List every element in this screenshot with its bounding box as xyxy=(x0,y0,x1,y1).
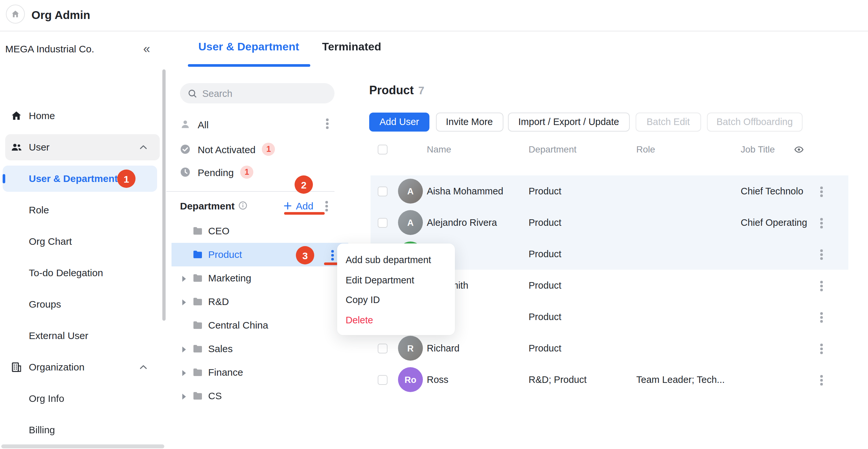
department-more-icon[interactable] xyxy=(326,201,328,211)
tree-item-label: CS xyxy=(208,384,222,408)
table-row[interactable]: AAlejandro RiveraProductChief Operating xyxy=(371,207,848,238)
sidebar-horizontal-scrollbar[interactable] xyxy=(1,444,164,448)
tab-user-department[interactable]: User & Department xyxy=(198,31,299,67)
search-input[interactable]: Search xyxy=(180,83,335,103)
avatar-initials: R xyxy=(407,343,414,353)
table-row[interactable]: AAisha MohammedProductChief Technolo xyxy=(371,175,848,207)
sidebar-item-org-info[interactable]: Org Info xyxy=(0,386,166,412)
avatar-initials: A xyxy=(407,186,414,196)
row-more-icon[interactable] xyxy=(820,312,823,322)
row-more-icon[interactable] xyxy=(820,218,823,228)
collapse-sidebar-icon[interactable]: « xyxy=(139,41,154,57)
table-row[interactable]: RoRossR&D; ProductTeam Leader; Tech... xyxy=(371,364,848,395)
col-header-department: Department xyxy=(529,140,577,158)
caret-right-icon[interactable] xyxy=(181,297,187,306)
sidebar-item-groups[interactable]: Groups xyxy=(0,291,166,317)
row-more-icon[interactable] xyxy=(820,375,823,385)
folder-icon xyxy=(192,320,203,330)
row-checkbox[interactable] xyxy=(378,375,388,385)
folder-icon xyxy=(192,296,203,307)
user-job-title: Chief Operating xyxy=(741,207,807,238)
tree-item-central-china[interactable]: Central China xyxy=(172,314,348,337)
sidebar-item-home[interactable]: Home xyxy=(0,103,166,129)
row-more-icon[interactable] xyxy=(820,344,823,354)
filter-item-not-activated[interactable]: Not Activated1 xyxy=(180,138,335,160)
row-checkbox[interactable] xyxy=(378,343,388,353)
caret-right-icon[interactable] xyxy=(181,368,187,377)
plus-icon xyxy=(283,201,292,210)
department-name: Product xyxy=(369,84,414,97)
house-glyph xyxy=(11,10,20,18)
sidebar-item-org-chart[interactable]: Org Chart xyxy=(0,228,166,255)
folder-icon xyxy=(192,344,203,354)
folder-icon xyxy=(192,391,203,401)
tree-item-ceo[interactable]: CEO xyxy=(172,219,348,243)
table-row[interactable]: RRichardProduct xyxy=(371,332,848,364)
row-checkbox[interactable] xyxy=(378,218,388,227)
annotation-marker-2: 2 xyxy=(294,175,313,194)
row-more-icon[interactable] xyxy=(820,281,823,291)
check-circle-icon xyxy=(180,144,190,155)
all-more-icon[interactable] xyxy=(326,119,329,129)
info-circle-icon[interactable] xyxy=(239,201,248,210)
tree-item-r-d[interactable]: R&D xyxy=(172,290,348,314)
batch-offboarding-button[interactable]: Batch Offboarding xyxy=(707,112,802,131)
sidebar-item-label: Home xyxy=(29,103,55,129)
caret-right-icon[interactable] xyxy=(181,391,187,400)
menu-item-edit-department[interactable]: Edit Department xyxy=(337,270,455,290)
tree-item-product[interactable]: Product xyxy=(172,243,348,266)
import-export-update-button[interactable]: Import / Export / Update xyxy=(508,112,629,131)
menu-item-delete[interactable]: Delete xyxy=(337,310,455,330)
tree-item-cs[interactable]: CS xyxy=(172,384,348,408)
menu-item-copy-id[interactable]: Copy ID xyxy=(337,290,455,310)
user-department: Product xyxy=(529,175,561,207)
sidebar-item-organization[interactable]: Organization xyxy=(0,354,166,380)
tree-item-marketing[interactable]: Marketing xyxy=(172,266,348,290)
user-department: Product xyxy=(529,301,561,332)
invite-more-button[interactable]: Invite More xyxy=(436,112,503,131)
user-department: Product xyxy=(529,238,561,270)
tree-item-sales[interactable]: Sales xyxy=(172,337,348,361)
filter-label: Pending xyxy=(198,167,234,178)
app-title: Org Admin xyxy=(31,0,90,31)
avatar-initials: Ro xyxy=(405,375,416,385)
menu-item-add-sub-department[interactable]: Add sub department xyxy=(337,250,455,270)
batch-edit-button[interactable]: Batch Edit xyxy=(636,112,701,131)
user-name: Aisha Mohammed xyxy=(427,175,503,207)
chevron-up-icon[interactable] xyxy=(139,363,148,372)
page: Org Admin MEGA Industrial Co. « HomeUser… xyxy=(0,0,868,449)
caret-right-icon[interactable] xyxy=(181,344,187,353)
tree-item-label: Marketing xyxy=(208,266,251,290)
folder-icon xyxy=(192,273,203,283)
filter-item-all[interactable]: All xyxy=(180,113,335,135)
tab-terminated[interactable]: Terminated xyxy=(322,31,381,67)
row-checkbox[interactable] xyxy=(378,186,388,196)
count-badge: 1 xyxy=(240,166,253,179)
tree-item-finance[interactable]: Finance xyxy=(172,361,348,384)
sidebar-item-to-do-delegation[interactable]: To-do Delegation xyxy=(0,260,166,286)
chevron-up-icon[interactable] xyxy=(139,143,148,152)
sidebar-item-label: External User xyxy=(29,323,88,349)
avatar: A xyxy=(398,210,423,235)
sidebar-item-billing[interactable]: Billing xyxy=(0,417,166,443)
row-more-icon[interactable] xyxy=(820,249,823,259)
sidebar-item-external-user[interactable]: External User xyxy=(0,323,166,349)
department-item-more-icon[interactable] xyxy=(331,250,334,260)
add-user-button[interactable]: Add User xyxy=(369,112,429,131)
sidebar-scrollbar[interactable] xyxy=(162,69,165,321)
department-panel: Search AllNot Activated1Pending1 Departm… xyxy=(166,67,349,449)
sidebar-item-role[interactable]: Role xyxy=(0,197,166,223)
home-icon[interactable] xyxy=(6,5,25,24)
caret-right-icon[interactable] xyxy=(181,274,187,283)
department-title: Department xyxy=(180,200,235,211)
select-all-checkbox[interactable] xyxy=(378,144,388,154)
avatar: Ro xyxy=(398,367,423,392)
sidebar-item-label: Organization xyxy=(29,354,85,380)
sidebar-item-user-department[interactable]: User & Department1 xyxy=(0,166,166,192)
row-more-icon[interactable] xyxy=(820,187,823,197)
sidebar-item-label: Groups xyxy=(29,291,61,317)
annotation-underline-kebab xyxy=(324,262,338,265)
user-department: R&D; Product xyxy=(529,364,587,395)
sidebar-item-user[interactable]: User xyxy=(0,134,166,160)
eye-icon[interactable] xyxy=(794,144,805,158)
